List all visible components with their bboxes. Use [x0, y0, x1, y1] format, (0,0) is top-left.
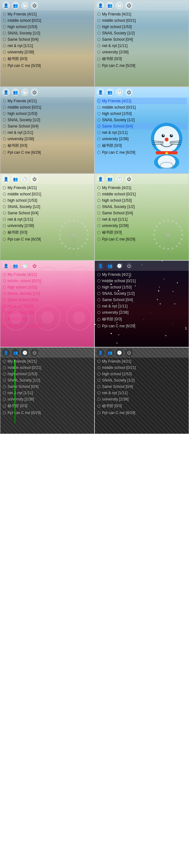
list-item-p4-3[interactable]: SNAIL Society [1/2]	[97, 117, 187, 123]
list-item-p2-7[interactable]: 秘书部 [0/3]	[97, 55, 187, 62]
header-icon-person-0[interactable]: 👤	[97, 88, 104, 96]
header-icon-group-1[interactable]: 👥	[106, 2, 114, 9]
list-item-p5-3[interactable]: SNAIL Society [1/2]	[2, 204, 92, 210]
list-item-p5-5[interactable]: net & nyt [1/11]	[2, 216, 92, 222]
list-item-p5-8[interactable]: Ppl can C me [6/29]	[2, 236, 92, 242]
list-item-p10-8[interactable]: Ppl can C me [8/29]	[97, 410, 187, 416]
list-item-p6-6[interactable]: university [2/38]	[97, 222, 187, 229]
list-item-p7-1[interactable]: middle school [0/21]	[2, 278, 92, 284]
header-icon-person-0[interactable]: 👤	[97, 349, 104, 356]
list-item-p8-8[interactable]: Ppl can C me [6/29]	[97, 323, 187, 329]
header-icon-person-0[interactable]: 👤	[97, 262, 104, 270]
list-item-p1-5[interactable]: net & nyt [1/11]	[2, 42, 92, 49]
list-item-p8-2[interactable]: high school [1/53]	[97, 284, 187, 290]
list-item-p8-5[interactable]: net & nyt [1/11]	[97, 303, 187, 309]
list-item-p2-5[interactable]: net & nyt [1/11]	[97, 42, 187, 49]
list-item-p7-3[interactable]: SNAIL Society [1/2]	[2, 290, 92, 297]
list-item-p8-1[interactable]: middle school [0/21]	[97, 278, 187, 284]
header-icon-power-3[interactable]: ⏻	[125, 349, 133, 356]
list-item-p3-2[interactable]: high school [1/53]	[2, 111, 92, 117]
header-icon-group-1[interactable]: 👥	[106, 262, 114, 270]
list-item-p1-7[interactable]: 秘书部 [0/3]	[2, 55, 92, 62]
list-item-p7-2[interactable]: high school [1/53]	[2, 284, 92, 290]
list-item-p6-3[interactable]: SNAIL Society [1/2]	[97, 204, 187, 210]
list-item-p5-2[interactable]: high school [1/53]	[2, 197, 92, 204]
list-item-p5-6[interactable]: university [2/38]	[2, 222, 92, 229]
header-icon-power-3[interactable]: ⏻	[31, 2, 38, 9]
list-item-p9-8[interactable]: Ppl can C me [6/29]	[2, 410, 92, 416]
header-icon-person-0[interactable]: 👤	[2, 175, 10, 183]
list-item-p1-6[interactable]: university [2/38]	[2, 49, 92, 55]
list-item-p6-5[interactable]: net & nyt [1/11]	[97, 216, 187, 222]
list-item-p6-4[interactable]: Same School [0/4]	[97, 210, 187, 216]
list-item-p9-7[interactable]: 秘书部 [0/3]	[2, 402, 92, 410]
list-item-p6-7[interactable]: 秘书部 [0/3]	[97, 229, 187, 236]
list-item-p10-5[interactable]: net & nyt [1/11]	[97, 390, 187, 396]
list-item-p1-8[interactable]: Ppl can C me [5/29]	[2, 62, 92, 69]
list-item-p7-4[interactable]: Same School [0/4]	[2, 297, 92, 303]
list-item-p8-3[interactable]: SNAIL Society [1/2]	[97, 290, 187, 297]
list-item-p9-4[interactable]: Same School [0/4]	[2, 383, 92, 390]
list-item-p10-2[interactable]: high school [1/53]	[97, 371, 187, 377]
header-icon-person-0[interactable]: 👤	[2, 349, 10, 356]
list-item-p6-2[interactable]: high school [1/53]	[97, 197, 187, 204]
list-item-p4-5[interactable]: net & nyt [1/11]	[97, 129, 187, 136]
list-item-p3-4[interactable]: Same School [0/4]	[2, 123, 92, 129]
header-icon-chat-2[interactable]: 🕐	[116, 88, 123, 96]
list-item-p4-1[interactable]: middle school [0/21]	[97, 104, 187, 111]
list-item-p1-4[interactable]: Same School [0/4]	[2, 36, 92, 42]
header-icon-group-1[interactable]: 👥	[12, 262, 19, 270]
header-icon-chat-2[interactable]: 🕐	[21, 2, 29, 9]
list-item-p4-6[interactable]: university [2/38]	[97, 136, 187, 142]
list-item-p3-6[interactable]: university [2/38]	[2, 136, 92, 142]
list-item-p2-1[interactable]: middle school [0/21]	[97, 18, 187, 24]
header-icon-power-3[interactable]: ⏻	[125, 262, 133, 270]
list-item-p10-3[interactable]: SNAIL Society [1/2]	[97, 377, 187, 383]
header-icon-person-0[interactable]: 👤	[97, 175, 104, 183]
list-item-p2-4[interactable]: Same School [0/4]	[97, 36, 187, 42]
header-icon-power-3[interactable]: ⏻	[31, 88, 38, 96]
list-item-p5-1[interactable]: middle school [0/21]	[2, 191, 92, 197]
list-item-p9-2[interactable]: high school [1/53]	[2, 371, 92, 377]
list-item-p3-8[interactable]: Ppl can C me [6/29]	[2, 149, 92, 156]
list-item-p3-3[interactable]: SNAIL Society [1/2]	[2, 117, 92, 123]
header-icon-group-1[interactable]: 👥	[106, 88, 114, 96]
list-item-p9-5[interactable]: net & nyt [1/11]	[2, 390, 92, 396]
list-item-p7-6[interactable]: university [2/38]	[2, 309, 92, 316]
header-icon-group-1[interactable]: 👥	[12, 175, 19, 183]
list-item-p4-4[interactable]: Same School [0/4]	[97, 123, 187, 129]
list-item-p4-7[interactable]: 秘书部 [0/3]	[97, 142, 187, 149]
list-item-p9-0[interactable]: My Friends [4/21]	[2, 358, 92, 365]
header-icon-power-3[interactable]: ⏻	[31, 349, 38, 356]
header-icon-chat-2[interactable]: 🕐	[116, 262, 123, 270]
header-icon-power-3[interactable]: ⏻	[125, 88, 133, 96]
list-item-p1-0[interactable]: My Friends [4/21]	[2, 11, 92, 18]
list-item-p3-5[interactable]: net & nyt [1/11]	[2, 129, 92, 136]
list-item-p9-3[interactable]: SNAIL Society [1/2]	[2, 377, 92, 383]
list-item-p5-0[interactable]: My Friends [4/21]	[2, 185, 92, 191]
list-item-p8-0[interactable]: My Friends [4/21]	[97, 272, 187, 278]
header-icon-power-3[interactable]: ⏻	[125, 2, 133, 9]
list-item-p2-8[interactable]: Ppl can C me [5/29]	[97, 62, 187, 69]
list-item-p7-7[interactable]: 秘书部 [0/3]	[2, 316, 92, 323]
list-item-p9-6[interactable]: university [2/38]	[2, 396, 92, 402]
list-item-p10-6[interactable]: university [2/38]	[97, 396, 187, 402]
list-item-p7-5[interactable]: net & nyt [1/11]	[2, 303, 92, 309]
list-item-p3-7[interactable]: 秘书部 [0/3]	[2, 142, 92, 149]
header-icon-chat-2[interactable]: 🕐	[21, 349, 29, 356]
list-item-p2-3[interactable]: SNAIL Society [1/2]	[97, 30, 187, 36]
list-item-p8-6[interactable]: university [2/38]	[97, 309, 187, 316]
list-item-p8-4[interactable]: Same School [0/4]	[97, 297, 187, 303]
header-icon-person-0[interactable]: 👤	[2, 262, 10, 270]
list-item-p10-1[interactable]: middle school [0/21]	[97, 365, 187, 371]
header-icon-person-0[interactable]: 👤	[2, 88, 10, 96]
header-icon-person-0[interactable]: 👤	[97, 2, 104, 9]
list-item-p3-0[interactable]: My Friends [4/21]	[2, 98, 92, 104]
list-item-p6-1[interactable]: middle school [0/21]	[97, 191, 187, 197]
list-item-p4-8[interactable]: Ppl can C me [6/29]	[97, 149, 187, 156]
list-item-p3-1[interactable]: middle school [0/21]	[2, 104, 92, 111]
header-icon-power-3[interactable]: ⏻	[31, 262, 38, 270]
list-item-p7-0[interactable]: My Friends [4/21]	[2, 272, 92, 278]
list-item-p10-4[interactable]: Same School [0/4]	[97, 383, 187, 390]
list-item-p4-0[interactable]: My Friends [4/21]	[97, 98, 187, 104]
